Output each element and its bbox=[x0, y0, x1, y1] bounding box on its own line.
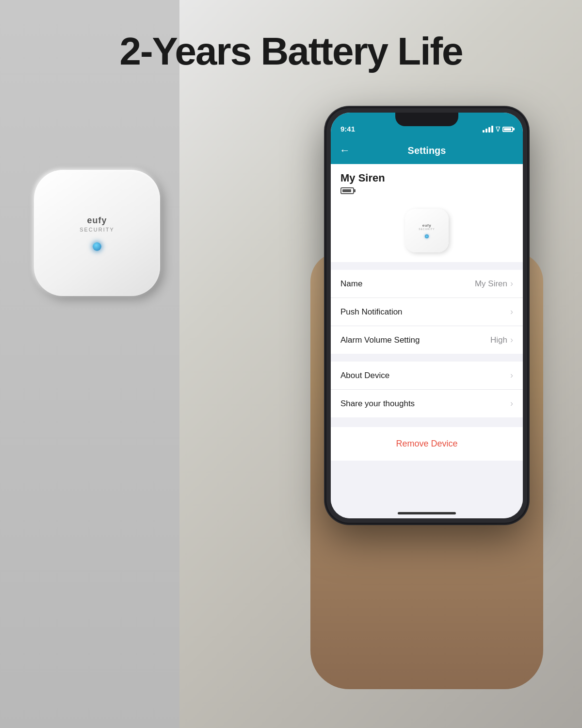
settings-right-share: › bbox=[510, 398, 513, 409]
settings-label-alarm: Alarm Volume Setting bbox=[340, 335, 420, 345]
page-wrapper: 2-Years Battery Life eufy SECURITY 9:41 bbox=[0, 0, 582, 728]
settings-right-alarm: High › bbox=[490, 335, 513, 345]
settings-value-alarm: High bbox=[490, 335, 507, 345]
app-header-title: Settings bbox=[408, 145, 446, 156]
signal-bars bbox=[483, 126, 493, 132]
device-name-section: My Siren bbox=[331, 164, 523, 199]
chevron-share: › bbox=[510, 398, 513, 409]
device-thumb-brand: eufy bbox=[422, 223, 431, 228]
app-header: ← Settings bbox=[331, 137, 523, 164]
settings-value-name: My Siren bbox=[475, 279, 507, 289]
phone-notch bbox=[395, 113, 458, 126]
settings-group-1: Name My Siren › Push Notification › bbox=[331, 270, 523, 354]
device-led bbox=[93, 242, 101, 251]
settings-label-share: Share your thoughts bbox=[340, 399, 415, 409]
chevron-name: › bbox=[510, 279, 513, 289]
wifi-icon: ∇ bbox=[496, 125, 500, 133]
phone-scene: 9:41 ∇ bbox=[286, 107, 567, 689]
settings-item-push[interactable]: Push Notification › bbox=[331, 298, 523, 326]
battery-small-icon bbox=[340, 187, 354, 194]
battery-indicator bbox=[340, 187, 513, 194]
battery-small-fill bbox=[342, 189, 351, 192]
status-time: 9:41 bbox=[340, 125, 355, 133]
settings-right-name: My Siren › bbox=[475, 279, 513, 289]
bg-left bbox=[0, 0, 179, 728]
home-indicator bbox=[398, 512, 456, 514]
phone: 9:41 ∇ bbox=[325, 107, 529, 524]
signal-bar-3 bbox=[488, 127, 490, 132]
battery-fill bbox=[504, 128, 511, 131]
device-thumb-led bbox=[425, 234, 429, 238]
chevron-push: › bbox=[510, 307, 513, 317]
device-thumbnail: eufy SECURITY bbox=[405, 209, 449, 252]
settings-label-about: About Device bbox=[340, 371, 389, 381]
settings-group-2: About Device › Share your thoughts › bbox=[331, 362, 523, 417]
chevron-about: › bbox=[510, 370, 513, 381]
settings-item-about[interactable]: About Device › bbox=[331, 362, 523, 390]
settings-item-share[interactable]: Share your thoughts › bbox=[331, 390, 523, 417]
page-headline: 2-Years Battery Life bbox=[0, 29, 582, 74]
settings-right-push: › bbox=[510, 307, 513, 317]
signal-bar-4 bbox=[491, 126, 493, 132]
device-image-section: eufy SECURITY bbox=[331, 199, 523, 262]
settings-label-name: Name bbox=[340, 279, 362, 289]
device-name-text: My Siren bbox=[340, 172, 513, 184]
device-body: eufy SECURITY bbox=[34, 170, 160, 296]
app-content: My Siren eufy SECURITY bbox=[331, 164, 523, 518]
remove-device-section: Remove Device bbox=[331, 427, 523, 461]
device-thumb-sub: SECURITY bbox=[419, 228, 435, 231]
phone-screen: 9:41 ∇ bbox=[331, 113, 523, 518]
signal-bar-2 bbox=[485, 129, 487, 132]
device-sub-label: SECURITY bbox=[80, 227, 114, 232]
device-brand-label: eufy bbox=[87, 215, 107, 226]
settings-item-name[interactable]: Name My Siren › bbox=[331, 270, 523, 298]
settings-right-about: › bbox=[510, 370, 513, 381]
battery-icon bbox=[502, 127, 513, 132]
settings-label-push: Push Notification bbox=[340, 307, 403, 317]
chevron-alarm: › bbox=[510, 335, 513, 345]
settings-item-alarm[interactable]: Alarm Volume Setting High › bbox=[331, 326, 523, 354]
signal-bar-1 bbox=[483, 130, 485, 132]
back-button[interactable]: ← bbox=[340, 144, 350, 157]
remove-device-button[interactable]: Remove Device bbox=[340, 436, 513, 452]
status-icons: ∇ bbox=[483, 125, 513, 133]
physical-device: eufy SECURITY bbox=[34, 170, 170, 306]
